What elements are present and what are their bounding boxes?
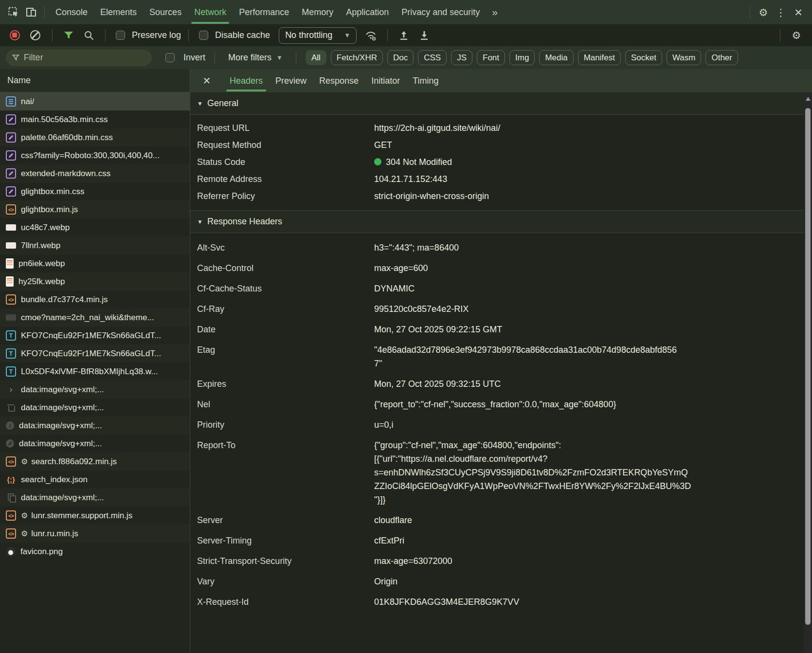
network-request-row[interactable]: ›data:image/svg+xml;... xyxy=(0,381,190,399)
gear-icon: ⚙ xyxy=(21,511,28,520)
network-request-row[interactable]: data:image/svg+xml;... xyxy=(0,489,190,507)
network-request-row[interactable]: uc48c7.webp xyxy=(0,218,190,236)
header-value: h3=":443"; ma=86400 xyxy=(374,241,459,254)
js-file-icon: <> xyxy=(6,456,16,467)
network-request-row[interactable]: nai/ xyxy=(0,92,190,110)
filter-chip-socket[interactable]: Socket xyxy=(625,50,662,65)
filter-funnel-icon[interactable] xyxy=(60,27,77,44)
header-field: Server-TimingcfExtPri xyxy=(197,530,804,551)
more-filters-dropdown[interactable]: More filters ▼ xyxy=(224,53,287,63)
filter-chip-media[interactable]: Media xyxy=(539,50,573,65)
network-request-row[interactable]: <>⚙lunr.stemmer.support.min.js xyxy=(0,507,190,525)
network-panel-body: Name nai/main.50c56a3b.min.csspalette.06… xyxy=(0,69,812,653)
inspect-element-icon xyxy=(8,6,19,18)
svg-chevron-file-icon: › xyxy=(6,384,16,395)
toolbar-divider xyxy=(750,6,750,18)
settings-gear-icon[interactable]: ⚙ xyxy=(755,3,772,21)
import-har-icon[interactable] xyxy=(395,27,413,44)
js-file-icon: <> xyxy=(6,204,16,215)
network-request-row[interactable]: 7llnrl.webp xyxy=(0,236,190,254)
network-conditions-icon[interactable] xyxy=(362,27,380,44)
disable-cache-checkbox[interactable] xyxy=(199,31,208,40)
network-request-row[interactable]: cmoe?name=2ch_nai_wiki&theme... xyxy=(0,308,190,326)
record-network-log-button[interactable] xyxy=(10,30,20,40)
network-request-row[interactable]: palette.06af60db.min.css xyxy=(0,128,190,146)
section-header-general[interactable]: ▼General xyxy=(190,92,804,115)
request-name: main.50c56a3b.min.css xyxy=(21,115,108,125)
kebab-menu-icon[interactable]: ⋮ xyxy=(772,3,790,21)
network-request-row[interactable]: extended-markdown.css xyxy=(0,164,190,182)
network-request-row[interactable]: <>glightbox.min.js xyxy=(0,200,190,218)
network-request-row[interactable]: data:image/svg+xml;... xyxy=(0,399,190,417)
img-page-file-icon xyxy=(6,276,14,287)
tab-sources[interactable]: Sources xyxy=(143,0,188,24)
detail-tab-response[interactable]: Response xyxy=(313,69,365,92)
throttling-select[interactable]: No throttling ▼ xyxy=(279,27,357,44)
name-column-label: Name xyxy=(7,75,31,86)
header-value: max-age=600 xyxy=(374,261,428,275)
tab-console[interactable]: Console xyxy=(49,0,94,24)
header-value: cloudflare xyxy=(374,513,412,527)
network-request-row[interactable]: main.50c56a3b.min.css xyxy=(0,110,190,128)
more-tabs-chevron-icon[interactable]: » xyxy=(486,6,504,18)
close-detail-icon[interactable]: ✕ xyxy=(197,75,217,87)
close-devtools-icon[interactable]: ✕ xyxy=(790,3,807,21)
network-request-row[interactable]: css?family=Roboto:300,300i,400,40... xyxy=(0,146,190,164)
filter-chip-js[interactable]: JS xyxy=(451,50,472,65)
header-value: 995120c0c857e4e2-RIX xyxy=(374,302,469,316)
network-request-row[interactable]: idata:image/svg+xml;... xyxy=(0,417,190,435)
section-header-response-headers[interactable]: ▼Response Headers xyxy=(190,211,804,233)
filter-chip-font[interactable]: Font xyxy=(477,50,505,65)
filter-chip-fetch-xhr[interactable]: Fetch/XHR xyxy=(331,50,383,65)
header-field: Cache-Controlmax-age=600 xyxy=(197,258,804,278)
detail-tab-timing[interactable]: Timing xyxy=(406,69,445,92)
network-request-row[interactable]: <>⚙search.f886a092.min.js xyxy=(0,453,190,471)
vertical-scrollbar[interactable] xyxy=(804,92,812,653)
export-har-icon[interactable] xyxy=(415,27,433,44)
tab-memory[interactable]: Memory xyxy=(295,0,340,24)
network-request-row[interactable]: data:image/svg+xml;... xyxy=(0,435,190,453)
network-request-row[interactable]: <>bundle.d7c377c4.min.js xyxy=(0,290,190,308)
filter-chip-doc[interactable]: Doc xyxy=(387,50,414,65)
network-request-row[interactable]: <>⚙lunr.ru.min.js xyxy=(0,525,190,543)
filter-funnel-icon xyxy=(63,31,74,40)
tab-performance[interactable]: Performance xyxy=(233,0,295,24)
network-request-row[interactable]: TKFO7CnqEu92Fr1ME7kSn66aGLdT... xyxy=(0,326,190,345)
header-field: Request URLhttps://2ch-ai.gitgud.site/wi… xyxy=(197,119,804,136)
filter-chip-other[interactable]: Other xyxy=(705,50,738,65)
filter-chip-css[interactable]: CSS xyxy=(418,50,447,65)
detail-tab-initiator[interactable]: Initiator xyxy=(365,69,406,92)
network-request-row[interactable]: hy25fk.webp xyxy=(0,272,190,290)
network-request-row[interactable]: TKFO7CnqEu92Fr1ME7kSn66aGLdT... xyxy=(0,345,190,363)
filter-chip-img[interactable]: Img xyxy=(509,50,535,65)
tab-elements[interactable]: Elements xyxy=(94,0,143,24)
preserve-log-checkbox[interactable] xyxy=(116,31,125,40)
filter-chip-all[interactable]: All xyxy=(306,50,326,65)
device-toolbar-icon[interactable] xyxy=(22,3,40,21)
network-request-row[interactable]: glightbox.min.css xyxy=(0,182,190,200)
network-request-row[interactable]: TL0x5DF4xlVMF-BfR8bXMIjhLq38.w... xyxy=(0,363,190,381)
network-settings-gear-icon[interactable]: ⚙ xyxy=(788,27,805,44)
scrollbar-thumb[interactable] xyxy=(805,108,811,625)
network-request-row[interactable]: favicon.png xyxy=(0,543,190,561)
detail-tab-headers[interactable]: Headers xyxy=(223,69,269,92)
network-conditions-icon xyxy=(365,30,378,41)
search-icon[interactable] xyxy=(80,27,98,44)
tab-application[interactable]: Application xyxy=(340,0,395,24)
filter-chip-wasm[interactable]: Wasm xyxy=(667,50,702,65)
clear-network-log-button[interactable] xyxy=(30,30,40,40)
filter-chip-manifest[interactable]: Manifest xyxy=(578,50,621,65)
filter-input[interactable] xyxy=(24,53,145,63)
scroll-up-arrow-icon[interactable] xyxy=(806,97,811,101)
css-file-icon xyxy=(6,132,16,143)
detail-tab-preview[interactable]: Preview xyxy=(269,69,313,92)
network-request-row[interactable]: pn6iek.webp xyxy=(0,254,190,272)
header-name: Etag xyxy=(197,343,374,357)
tab-network[interactable]: Network xyxy=(188,0,233,24)
inspect-element-icon[interactable] xyxy=(5,3,22,21)
network-request-row[interactable]: {;}search_index.json xyxy=(0,471,190,489)
invert-filter-checkbox[interactable] xyxy=(165,53,175,62)
name-column-header[interactable]: Name xyxy=(0,69,190,92)
toolbar-divider xyxy=(780,29,780,42)
tab-privacy-and-security[interactable]: Privacy and security xyxy=(395,0,486,24)
